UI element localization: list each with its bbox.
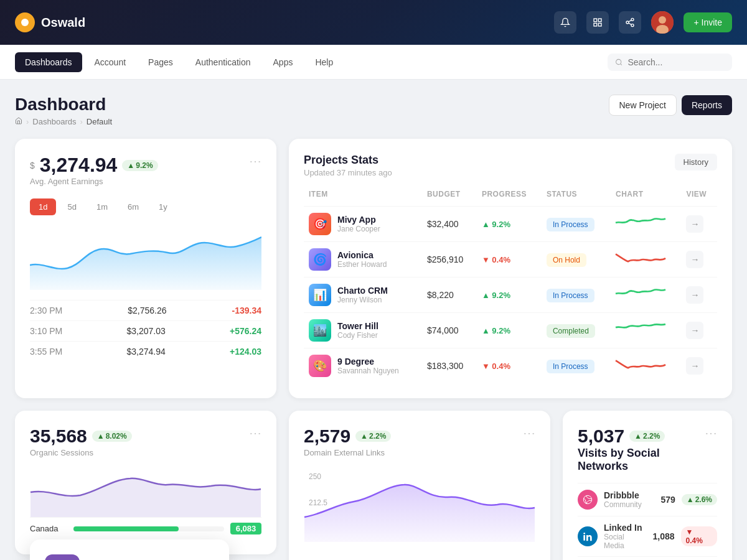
- logo-inner-circle: [21, 19, 29, 26]
- currency-symbol: $: [30, 161, 35, 170]
- proj-progress-cell: ▲ 9.2%: [477, 207, 542, 242]
- search-box[interactable]: [608, 54, 732, 71]
- nav-dashboards[interactable]: Dashboards: [15, 52, 82, 72]
- filter-6m[interactable]: 6m: [119, 198, 148, 215]
- reports-button[interactable]: Reports: [682, 95, 732, 115]
- title-area: Dashboard › Dashboards › Default: [15, 95, 112, 126]
- new-project-button[interactable]: New Project: [609, 95, 677, 116]
- organic-more-button[interactable]: ⋯: [249, 426, 261, 441]
- nav-help[interactable]: Help: [305, 52, 343, 72]
- svg-rect-2: [599, 23, 602, 26]
- proj-status: In Process: [547, 289, 594, 302]
- proj-view-button[interactable]: →: [686, 251, 703, 268]
- organic-value: 35,568: [30, 426, 87, 447]
- home-icon: [15, 117, 22, 126]
- social-row-linkedin: Linked In Social Media 1,088 ▼ 0.4%: [578, 516, 717, 556]
- proj-view-cell: →: [681, 242, 717, 278]
- projects-header: Projects Stats Updated 37 minutes ago Hi…: [304, 154, 717, 177]
- bootstrap-icon: B: [45, 554, 80, 560]
- grid-icon[interactable]: [586, 11, 609, 34]
- time-1: 2:30 PM: [30, 306, 62, 315]
- proj-view-button[interactable]: →: [686, 357, 703, 375]
- proj-progress: ▼ 0.4%: [482, 255, 510, 264]
- time-3: 3:55 PM: [30, 347, 62, 357]
- proj-person: Esther Howard: [337, 260, 387, 269]
- filter-1m[interactable]: 1m: [88, 198, 116, 215]
- invite-button[interactable]: + Invite: [684, 12, 732, 32]
- delta-2: +576.24: [230, 326, 261, 336]
- logo-icon: [15, 12, 35, 32]
- proj-progress-cell: ▲ 9.2%: [477, 278, 542, 313]
- search-input[interactable]: [627, 57, 725, 67]
- proj-name: Avionica: [337, 250, 387, 260]
- organic-sessions-card: 35,568 ▲ 8.02% Organic Sessions ⋯ C: [15, 411, 276, 554]
- proj-person: Cody Fisher: [337, 331, 378, 340]
- proj-view-button[interactable]: →: [686, 322, 703, 339]
- proj-name: Tower Hill: [337, 321, 378, 331]
- proj-icon: 📊: [309, 284, 331, 306]
- proj-mini-chart: [616, 356, 676, 376]
- table-row: 📊 Charto CRM Jenny Wilson $8,220 ▲ 9.2% …: [304, 278, 717, 313]
- delta-3: +124.03: [230, 347, 261, 357]
- earnings-more-button[interactable]: ⋯: [249, 154, 261, 169]
- metric-header-organic: 35,568 ▲ 8.02% Organic Sessions ⋯: [30, 426, 261, 457]
- proj-view-button[interactable]: →: [686, 215, 703, 233]
- proj-budget: $183,300: [427, 361, 463, 371]
- linkedin-sub: Social Media: [604, 533, 647, 550]
- projects-subtitle: Updated 37 minutes ago: [304, 168, 392, 177]
- social-title: Visits by Social Networks: [578, 447, 705, 473]
- notification-icon[interactable]: [554, 11, 576, 34]
- proj-status: In Process: [547, 360, 594, 373]
- canada-row: Canada 6,083: [30, 517, 261, 539]
- social-row-slack: Slack 794 ▲ 0.2%: [578, 556, 717, 560]
- top-navbar: Oswald + Invite: [0, 0, 747, 45]
- dribbble-name: Dribbble: [604, 490, 642, 500]
- filter-5d[interactable]: 5d: [59, 198, 85, 215]
- svg-rect-1: [599, 19, 602, 22]
- projects-title: Projects Stats: [304, 154, 392, 167]
- proj-budget-cell: $32,400: [422, 207, 477, 242]
- svg-rect-15: [583, 535, 585, 541]
- avatar[interactable]: [651, 11, 674, 34]
- amount-1: $2,756.26: [128, 306, 166, 315]
- main-content: Dashboard › Dashboards › Default New Pro…: [0, 80, 747, 560]
- filter-1d[interactable]: 1d: [30, 198, 56, 215]
- nav-pages[interactable]: Pages: [138, 52, 183, 72]
- svg-point-12: [616, 59, 621, 64]
- organic-sessions-wrapper: 35,568 ▲ 8.02% Organic Sessions ⋯ C: [15, 411, 276, 560]
- app-name: Oswald: [41, 16, 85, 30]
- amount-3: $3,274.94: [126, 347, 165, 357]
- proj-chart-cell: [611, 207, 681, 242]
- share-icon[interactable]: [619, 11, 641, 34]
- domain-more-button[interactable]: ⋯: [523, 426, 535, 441]
- history-button[interactable]: History: [675, 154, 717, 170]
- col-progress: PROGRESS: [477, 187, 542, 207]
- svg-line-13: [621, 63, 622, 65]
- nav-account[interactable]: Account: [85, 52, 136, 72]
- proj-icon: 🎨: [309, 355, 331, 377]
- svg-point-16: [583, 533, 585, 534]
- earnings-amount-area: $ 3,274.94 ▲ 9.2% Avg. Agent Earnings: [30, 154, 158, 196]
- linkedin-icon: [578, 526, 598, 546]
- proj-progress-cell: ▼ 0.4%: [477, 348, 542, 384]
- linkedin-badge: ▼ 0.4%: [681, 526, 717, 546]
- proj-icon: 🏙️: [309, 319, 331, 342]
- proj-status: In Process: [547, 218, 594, 231]
- proj-mini-chart: [616, 214, 676, 234]
- proj-status-cell: Completed: [542, 313, 611, 348]
- proj-chart-cell: [611, 278, 681, 313]
- nav-apps[interactable]: Apps: [263, 52, 303, 72]
- social-badge: ▲ 2.2%: [629, 431, 665, 442]
- nav-authentication[interactable]: Authentication: [186, 52, 261, 72]
- earnings-subtitle: Avg. Agent Earnings: [30, 177, 158, 186]
- filter-1y[interactable]: 1y: [150, 198, 176, 215]
- proj-chart-cell: [611, 348, 681, 384]
- proj-view-cell: →: [681, 348, 717, 384]
- time-filters: 1d 5d 1m 6m 1y: [30, 198, 261, 215]
- proj-status: On Hold: [547, 253, 586, 267]
- proj-budget: $256,910: [427, 254, 463, 264]
- svg-rect-3: [594, 23, 597, 26]
- social-more-button[interactable]: ⋯: [705, 426, 717, 441]
- social-header: 5,037 ▲ 2.2% Visits by Social Networks ⋯: [578, 426, 717, 473]
- proj-view-button[interactable]: →: [686, 286, 703, 304]
